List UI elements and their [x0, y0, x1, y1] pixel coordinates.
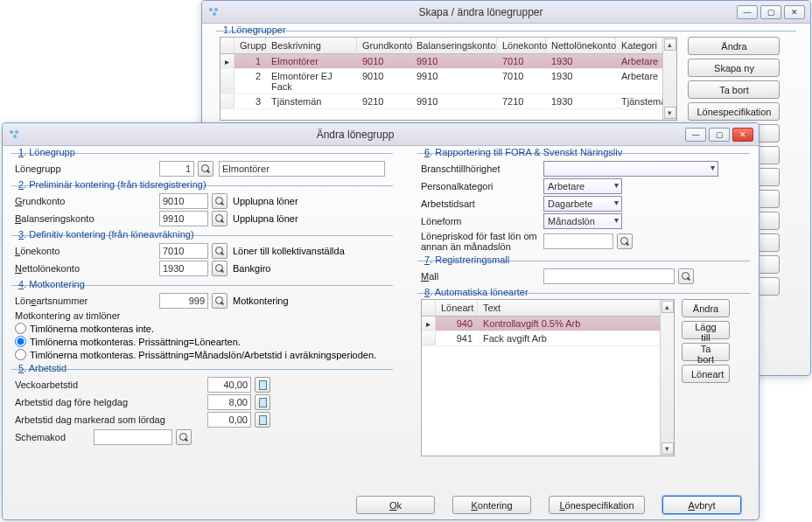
- magnifier-icon: [215, 264, 224, 273]
- lookup-lonekonto[interactable]: [212, 243, 228, 259]
- magnifier-icon: [682, 272, 690, 281]
- lookup-lonepriskod[interactable]: [617, 233, 633, 249]
- grid-auto-lonearter[interactable]: Löneart Text ▸940Kontrollavgift 0.5% Arb…: [421, 299, 675, 456]
- lookup-nettolonekonto[interactable]: [212, 261, 228, 276]
- svg-point-2: [214, 8, 218, 11]
- input-balanseringskonto[interactable]: [159, 211, 208, 226]
- cell-grupp: 1: [234, 54, 266, 68]
- section-4-motkontering: 4. Motkontering Löneartsnummer Motkonter…: [11, 285, 393, 365]
- select-branschtillhorighet[interactable]: [543, 161, 718, 177]
- calc-icon: [259, 380, 267, 390]
- window-title-bg: Skapa / ändra lönegrupper: [225, 6, 737, 18]
- table-row[interactable]: 3Tjänstemän9210991072101930Tjänstemän: [220, 94, 676, 109]
- maximize-button[interactable]: ▢: [709, 128, 730, 142]
- input-loneartsnummer[interactable]: [159, 293, 208, 309]
- input-lonepriskod[interactable]: [543, 233, 613, 249]
- scrollbar[interactable]: ▴ ▾: [660, 300, 674, 456]
- cell-grupp: 2: [234, 69, 266, 94]
- kontering-button[interactable]: Kontering: [452, 496, 531, 514]
- close-button[interactable]: ✕: [732, 128, 753, 142]
- select-personalkategori[interactable]: Arbetare: [543, 178, 622, 194]
- table-row[interactable]: ▸940Kontrollavgift 0.5% Arb: [422, 317, 674, 331]
- lookup-mall[interactable]: [678, 268, 694, 284]
- scroll-up-icon[interactable]: ▴: [664, 38, 676, 51]
- lookup-grundkonto[interactable]: [212, 193, 228, 209]
- radio-option-3[interactable]: Timlönerna motkonteras. Prissättning=Mån…: [15, 349, 389, 360]
- lookup-balanseringskonto[interactable]: [212, 211, 228, 226]
- section-6-rapportering: 6. Rapportering till FORA & Svenskt Näri…: [417, 153, 750, 257]
- side-button[interactable]: Lönespecifikation: [688, 102, 780, 121]
- input-schemakod[interactable]: [94, 429, 172, 445]
- avbryt-button[interactable]: Avbryt: [662, 496, 741, 514]
- scroll-up-icon[interactable]: ▴: [662, 301, 674, 313]
- input-arbetstid-fore-helg[interactable]: [207, 394, 251, 410]
- lbl-grundkonto: Grundkonto: [15, 196, 159, 206]
- lookup-schemakod[interactable]: [176, 429, 192, 445]
- close-button[interactable]: ✕: [784, 5, 805, 19]
- input-lonegrupp-id[interactable]: [159, 161, 194, 177]
- select-value: Månadslön: [548, 216, 595, 226]
- row-marker: ▸: [220, 54, 234, 68]
- minimize-button[interactable]: —: [737, 5, 758, 19]
- side-button[interactable]: Ändra: [688, 37, 780, 55]
- cell-balanseringskonto: 9910: [411, 69, 497, 94]
- app-icon: [207, 6, 220, 18]
- txt-kollektiv: Löner till kollektivanställda: [233, 246, 345, 256]
- section-title: 4. Motkontering: [15, 279, 88, 289]
- col-loneart: Löneart: [436, 300, 478, 316]
- cell-nettolonekonto: 1930: [546, 94, 616, 108]
- auto-side-button[interactable]: Lägg till: [682, 321, 730, 339]
- input-lonegrupp-name[interactable]: [219, 161, 385, 177]
- calc-button[interactable]: [255, 394, 270, 410]
- calc-icon: [259, 398, 267, 407]
- table-row[interactable]: 2Elmontörer EJ Fack9010991070101930Arbet…: [220, 69, 676, 94]
- svg-point-0: [209, 8, 213, 11]
- side-button[interactable]: Ta bort: [688, 80, 780, 99]
- input-grundkonto[interactable]: [159, 193, 208, 209]
- lbl-motkontering-av: Motkontering av timlöner: [15, 310, 120, 321]
- input-veckoarbetstid[interactable]: [207, 377, 251, 393]
- input-lonekonto[interactable]: [159, 243, 208, 259]
- maximize-button[interactable]: ▢: [760, 5, 781, 19]
- grid-lonegrupper[interactable]: Grupp Beskrivning Grundkonto Balansering…: [220, 37, 677, 121]
- input-mall[interactable]: [543, 268, 675, 284]
- lonespecifikation-button[interactable]: Lönespecifikation: [549, 496, 645, 514]
- scroll-down-icon[interactable]: ▾: [664, 107, 676, 119]
- section-3-definitiv-kontering: 3. Definitiv kontering (från löneavräkni…: [11, 235, 393, 282]
- txt-bankgiro: Bankgiro: [233, 263, 270, 274]
- input-arbetstid-lordag[interactable]: [207, 412, 251, 428]
- lookup-loneartsnummer[interactable]: [212, 293, 228, 309]
- minimize-button[interactable]: —: [685, 128, 706, 142]
- cell-beskrivning: Elmontörer: [266, 54, 357, 68]
- lookup-lonegrupp[interactable]: [198, 161, 214, 177]
- ok-button[interactable]: Ok: [356, 496, 435, 514]
- table-row[interactable]: ▸1Elmontörer9010991070101930Arbetare: [220, 54, 676, 69]
- auto-side-button[interactable]: Löneart: [682, 365, 730, 383]
- bottom-button-bar: Ok Kontering Lönespecifikation Avbryt: [3, 496, 759, 514]
- scroll-down-icon[interactable]: ▾: [662, 442, 674, 455]
- select-value: Arbetare: [548, 181, 584, 191]
- select-loneform[interactable]: Månadslön: [543, 213, 622, 229]
- auto-side-button[interactable]: Ändra: [682, 299, 730, 317]
- section-1-lonegrupp: 1. Lönegrupp Lönegrupp: [11, 153, 393, 182]
- table-row[interactable]: 941Fack avgift Arb: [422, 331, 674, 346]
- lbl-lonepriskod: Lönepriskod för fast lön om annan än mån…: [421, 231, 543, 252]
- calc-icon: [259, 415, 267, 425]
- cell-nettolonekonto: 1930: [546, 69, 616, 94]
- section-7-registreringsmall: 7. Registreringsmall Mall: [417, 261, 750, 289]
- input-nettolonekonto[interactable]: [159, 261, 208, 276]
- cell-grundkonto: 9010: [357, 54, 411, 68]
- radio-option-1[interactable]: Timlönerna motkonteras inte.: [15, 323, 389, 334]
- cell-text: Fack avgift Arb: [478, 331, 674, 345]
- radio-option-2[interactable]: Timlönerna motkonteras. Prissättning=Lön…: [15, 336, 389, 347]
- lbl-branschtillhorighet: Branschtillhörighet: [421, 164, 543, 174]
- calc-button[interactable]: [255, 377, 270, 393]
- side-button[interactable]: Skapa ny: [688, 59, 780, 77]
- cell-text: Kontrollavgift 0.5% Arb: [478, 317, 674, 331]
- scrollbar[interactable]: ▴ ▾: [662, 38, 676, 120]
- cell-balanseringskonto: 9910: [411, 54, 497, 68]
- select-arbetstidsart[interactable]: Dagarbete: [543, 196, 622, 212]
- magnifier-icon: [201, 164, 210, 173]
- auto-side-button[interactable]: Ta bort: [682, 343, 730, 361]
- calc-button[interactable]: [255, 412, 270, 428]
